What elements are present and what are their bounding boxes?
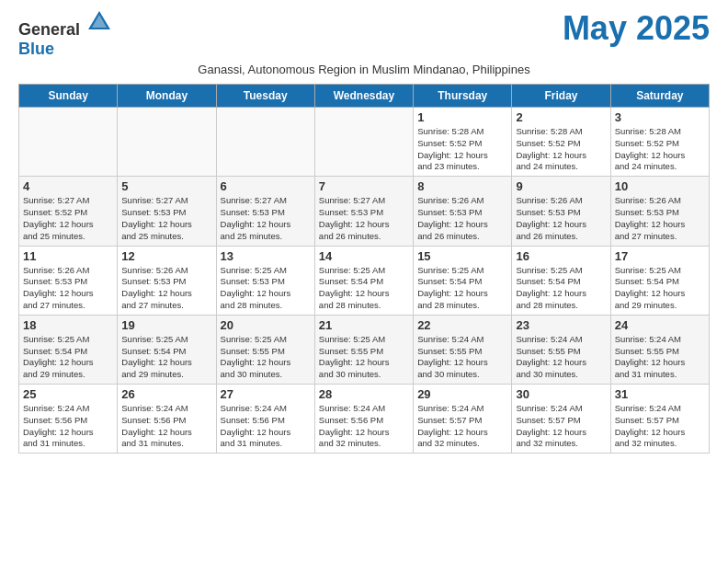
day-info: Sunrise: 5:24 AM Sunset: 5:57 PM Dayligh… — [417, 403, 507, 450]
day-number: 21 — [319, 318, 409, 332]
calendar-cell: 28Sunrise: 5:24 AM Sunset: 5:56 PM Dayli… — [314, 385, 413, 454]
day-number: 12 — [121, 249, 211, 263]
calendar-cell: 31Sunrise: 5:24 AM Sunset: 5:57 PM Dayli… — [610, 385, 709, 454]
subtitle: Ganassi, Autonomous Region in Muslim Min… — [18, 63, 710, 76]
calendar-cell: 9Sunrise: 5:26 AM Sunset: 5:53 PM Daylig… — [512, 177, 610, 246]
day-info: Sunrise: 5:25 AM Sunset: 5:54 PM Dayligh… — [121, 334, 211, 381]
calendar-cell: 13Sunrise: 5:25 AM Sunset: 5:53 PM Dayli… — [216, 246, 314, 315]
day-number: 1 — [417, 110, 507, 124]
logo-icon — [86, 9, 112, 35]
day-info: Sunrise: 5:25 AM Sunset: 5:54 PM Dayligh… — [23, 334, 113, 381]
day-number: 27 — [221, 387, 311, 401]
day-info: Sunrise: 5:25 AM Sunset: 5:54 PM Dayligh… — [615, 265, 705, 312]
day-number: 24 — [615, 318, 705, 332]
logo: General Blue — [18, 9, 112, 59]
column-header-thursday: Thursday — [414, 85, 512, 108]
calendar-cell: 1Sunrise: 5:28 AM Sunset: 5:52 PM Daylig… — [414, 108, 512, 177]
calendar-cell: 21Sunrise: 5:25 AM Sunset: 5:55 PM Dayli… — [314, 315, 413, 384]
column-header-tuesday: Tuesday — [216, 85, 314, 108]
day-info: Sunrise: 5:26 AM Sunset: 5:53 PM Dayligh… — [417, 195, 507, 242]
day-info: Sunrise: 5:26 AM Sunset: 5:53 PM Dayligh… — [615, 195, 705, 242]
day-number: 10 — [615, 179, 705, 193]
logo-general: General — [18, 20, 80, 39]
calendar-cell: 20Sunrise: 5:25 AM Sunset: 5:55 PM Dayli… — [216, 315, 314, 384]
month-title: May 2025 — [563, 9, 710, 48]
column-header-sunday: Sunday — [19, 85, 118, 108]
calendar: SundayMondayTuesdayWednesdayThursdayFrid… — [18, 84, 710, 454]
logo-text: General Blue — [18, 9, 112, 59]
day-info: Sunrise: 5:25 AM Sunset: 5:55 PM Dayligh… — [221, 334, 311, 381]
column-header-friday: Friday — [512, 85, 610, 108]
day-info: Sunrise: 5:26 AM Sunset: 5:53 PM Dayligh… — [23, 265, 113, 312]
header: General Blue May 2025 — [18, 9, 710, 59]
day-number: 31 — [615, 387, 705, 401]
day-number: 16 — [516, 249, 606, 263]
day-info: Sunrise: 5:25 AM Sunset: 5:54 PM Dayligh… — [319, 265, 409, 312]
calendar-cell: 8Sunrise: 5:26 AM Sunset: 5:53 PM Daylig… — [414, 177, 512, 246]
day-info: Sunrise: 5:27 AM Sunset: 5:52 PM Dayligh… — [23, 195, 113, 242]
day-number: 18 — [23, 318, 113, 332]
day-number: 17 — [615, 249, 705, 263]
calendar-cell: 10Sunrise: 5:26 AM Sunset: 5:53 PM Dayli… — [610, 177, 709, 246]
calendar-cell — [216, 108, 314, 177]
day-info: Sunrise: 5:28 AM Sunset: 5:52 PM Dayligh… — [417, 126, 507, 173]
calendar-cell: 24Sunrise: 5:24 AM Sunset: 5:55 PM Dayli… — [610, 315, 709, 384]
day-number: 8 — [417, 179, 507, 193]
day-info: Sunrise: 5:25 AM Sunset: 5:54 PM Dayligh… — [516, 265, 606, 312]
calendar-cell: 22Sunrise: 5:24 AM Sunset: 5:55 PM Dayli… — [414, 315, 512, 384]
day-number: 22 — [417, 318, 507, 332]
calendar-cell: 4Sunrise: 5:27 AM Sunset: 5:52 PM Daylig… — [19, 177, 118, 246]
calendar-cell: 19Sunrise: 5:25 AM Sunset: 5:54 PM Dayli… — [118, 315, 216, 384]
calendar-cell: 14Sunrise: 5:25 AM Sunset: 5:54 PM Dayli… — [314, 246, 413, 315]
day-number: 19 — [121, 318, 211, 332]
day-info: Sunrise: 5:24 AM Sunset: 5:56 PM Dayligh… — [221, 403, 311, 450]
day-info: Sunrise: 5:24 AM Sunset: 5:56 PM Dayligh… — [23, 403, 113, 450]
day-info: Sunrise: 5:24 AM Sunset: 5:55 PM Dayligh… — [516, 334, 606, 381]
calendar-cell — [19, 108, 118, 177]
calendar-cell: 12Sunrise: 5:26 AM Sunset: 5:53 PM Dayli… — [118, 246, 216, 315]
column-header-saturday: Saturday — [610, 85, 709, 108]
calendar-cell — [118, 108, 216, 177]
column-header-wednesday: Wednesday — [314, 85, 413, 108]
calendar-cell: 3Sunrise: 5:28 AM Sunset: 5:52 PM Daylig… — [610, 108, 709, 177]
day-info: Sunrise: 5:26 AM Sunset: 5:53 PM Dayligh… — [121, 265, 211, 312]
day-number: 23 — [516, 318, 606, 332]
calendar-cell: 26Sunrise: 5:24 AM Sunset: 5:56 PM Dayli… — [118, 385, 216, 454]
calendar-cell: 18Sunrise: 5:25 AM Sunset: 5:54 PM Dayli… — [19, 315, 118, 384]
day-number: 2 — [516, 110, 606, 124]
day-info: Sunrise: 5:24 AM Sunset: 5:57 PM Dayligh… — [516, 403, 606, 450]
calendar-cell: 11Sunrise: 5:26 AM Sunset: 5:53 PM Dayli… — [19, 246, 118, 315]
day-info: Sunrise: 5:27 AM Sunset: 5:53 PM Dayligh… — [221, 195, 311, 242]
calendar-cell: 2Sunrise: 5:28 AM Sunset: 5:52 PM Daylig… — [512, 108, 610, 177]
calendar-cell: 16Sunrise: 5:25 AM Sunset: 5:54 PM Dayli… — [512, 246, 610, 315]
day-number: 7 — [319, 179, 409, 193]
day-number: 3 — [615, 110, 705, 124]
calendar-week-4: 18Sunrise: 5:25 AM Sunset: 5:54 PM Dayli… — [19, 315, 710, 384]
calendar-cell: 15Sunrise: 5:25 AM Sunset: 5:54 PM Dayli… — [414, 246, 512, 315]
day-number: 20 — [221, 318, 311, 332]
calendar-week-1: 1Sunrise: 5:28 AM Sunset: 5:52 PM Daylig… — [19, 108, 710, 177]
day-number: 4 — [23, 179, 113, 193]
day-info: Sunrise: 5:25 AM Sunset: 5:53 PM Dayligh… — [221, 265, 311, 312]
calendar-week-5: 25Sunrise: 5:24 AM Sunset: 5:56 PM Dayli… — [19, 385, 710, 454]
day-number: 6 — [221, 179, 311, 193]
day-number: 5 — [121, 179, 211, 193]
logo-blue: Blue — [18, 40, 54, 58]
day-info: Sunrise: 5:24 AM Sunset: 5:57 PM Dayligh… — [615, 403, 705, 450]
day-info: Sunrise: 5:25 AM Sunset: 5:55 PM Dayligh… — [319, 334, 409, 381]
day-info: Sunrise: 5:28 AM Sunset: 5:52 PM Dayligh… — [516, 126, 606, 173]
calendar-cell: 29Sunrise: 5:24 AM Sunset: 5:57 PM Dayli… — [414, 385, 512, 454]
calendar-cell: 7Sunrise: 5:27 AM Sunset: 5:53 PM Daylig… — [314, 177, 413, 246]
calendar-body: 1Sunrise: 5:28 AM Sunset: 5:52 PM Daylig… — [19, 108, 710, 454]
day-info: Sunrise: 5:25 AM Sunset: 5:54 PM Dayligh… — [417, 265, 507, 312]
calendar-cell: 5Sunrise: 5:27 AM Sunset: 5:53 PM Daylig… — [118, 177, 216, 246]
calendar-cell: 6Sunrise: 5:27 AM Sunset: 5:53 PM Daylig… — [216, 177, 314, 246]
day-number: 9 — [516, 179, 606, 193]
calendar-cell: 23Sunrise: 5:24 AM Sunset: 5:55 PM Dayli… — [512, 315, 610, 384]
day-info: Sunrise: 5:24 AM Sunset: 5:56 PM Dayligh… — [319, 403, 409, 450]
calendar-cell: 17Sunrise: 5:25 AM Sunset: 5:54 PM Dayli… — [610, 246, 709, 315]
day-number: 11 — [23, 249, 113, 263]
day-number: 25 — [23, 387, 113, 401]
day-info: Sunrise: 5:24 AM Sunset: 5:55 PM Dayligh… — [417, 334, 507, 381]
day-info: Sunrise: 5:27 AM Sunset: 5:53 PM Dayligh… — [319, 195, 409, 242]
